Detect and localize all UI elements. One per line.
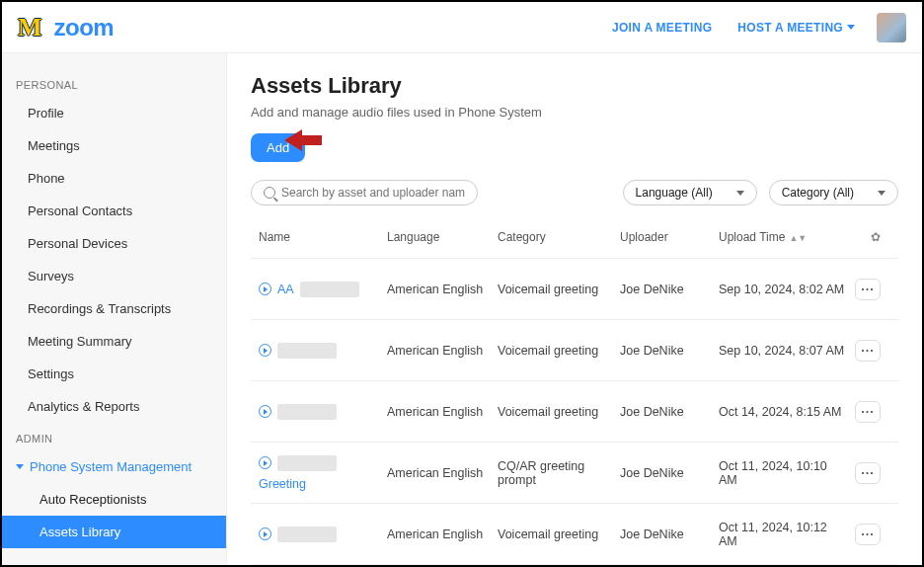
col-upload-time[interactable]: Upload Time▲▼ [719, 230, 847, 244]
sidebar-item-personal-devices[interactable]: Personal Devices [2, 227, 226, 260]
chevron-down-icon [736, 191, 744, 196]
sidebar-item-meetings[interactable]: Meetings [2, 129, 226, 162]
cell-uploader: Joe DeNike [620, 344, 719, 358]
asset-name-link[interactable]: Greeting [259, 477, 387, 491]
cell-language: American English [387, 405, 498, 419]
cell-language: American English [387, 283, 498, 296]
play-icon[interactable] [259, 456, 271, 469]
chevron-down-icon [16, 464, 24, 469]
language-filter-label: Language (All) [636, 186, 713, 200]
cell-category: Voicemail greeting [498, 283, 620, 296]
sidebar-item-phone[interactable]: Phone [2, 162, 226, 195]
cell-upload-time: Sep 10, 2024, 8:02 AM [719, 283, 847, 296]
main-content: Assets Library Add and manage audio file… [227, 53, 922, 565]
redacted-text [277, 526, 337, 542]
play-icon[interactable] [259, 405, 271, 418]
sidebar-item-meeting-summary[interactable]: Meeting Summary [2, 325, 226, 358]
page-title: Assets Library [251, 73, 898, 99]
sidebar-section-admin: ADMIN [2, 423, 226, 450]
cell-upload-time: Oct 14, 2024, 8:15 AM [719, 405, 847, 419]
page-subtitle: Add and manage audio files used in Phone… [251, 105, 898, 120]
sidebar-section-personal: PERSONAL [2, 69, 226, 97]
sidebar-item-phone-system-management[interactable]: Phone System Management [2, 450, 226, 483]
sidebar-item-surveys[interactable]: Surveys [2, 260, 226, 292]
cell-uploader: Joe DeNike [620, 466, 719, 480]
app-header: M zoom JOIN A MEETING HOST A MEETING [2, 2, 922, 53]
table-settings-gear-icon[interactable]: ✿ [847, 230, 881, 244]
cell-language: American English [387, 527, 498, 541]
sidebar-item-auto-receptionists[interactable]: Auto Receptionists [2, 483, 226, 516]
cell-category: Voicemail greeting [498, 405, 620, 419]
table-row: AA American English Voicemail greeting J… [251, 259, 898, 320]
cell-category: CQ/AR greeting prompt [498, 459, 620, 487]
sidebar-item-assets-library[interactable]: Assets Library [2, 516, 226, 548]
play-icon[interactable] [259, 527, 271, 540]
row-actions-button[interactable]: ··· [855, 401, 881, 423]
cell-uploader: Joe DeNike [620, 527, 719, 541]
avatar[interactable] [877, 13, 906, 42]
table-row: American English Voicemail greeting Joe … [251, 504, 898, 565]
col-category[interactable]: Category [498, 230, 620, 244]
search-input-wrapper[interactable] [251, 180, 478, 205]
category-filter-dropdown[interactable]: Category (All) [769, 180, 898, 205]
play-icon[interactable] [259, 344, 271, 357]
sidebar: PERSONAL Profile Meetings Phone Personal… [2, 53, 227, 565]
host-meeting-label: HOST A MEETING [737, 21, 843, 35]
search-icon [264, 187, 275, 199]
join-meeting-link[interactable]: JOIN A MEETING [612, 21, 712, 35]
chevron-down-icon [847, 25, 855, 30]
zoom-logo: zoom [54, 14, 115, 41]
cell-upload-time: Oct 11, 2024, 10:10 AM [719, 459, 847, 487]
cell-language: American English [387, 466, 498, 480]
table-header: Name Language Category Uploader Upload T… [251, 215, 898, 259]
sort-icon: ▲▼ [789, 233, 807, 243]
category-filter-label: Category (All) [782, 186, 854, 200]
redacted-text [300, 282, 359, 297]
row-actions-button[interactable]: ··· [855, 340, 881, 362]
table-row: Greeting American English CQ/AR greeting… [251, 443, 898, 504]
redacted-text [277, 404, 337, 420]
play-icon[interactable] [259, 283, 271, 295]
row-actions-button[interactable]: ··· [855, 279, 881, 300]
sidebar-item-personal-contacts[interactable]: Personal Contacts [2, 195, 226, 227]
language-filter-dropdown[interactable]: Language (All) [623, 180, 757, 205]
redacted-text [277, 343, 337, 359]
col-name[interactable]: Name [259, 230, 387, 244]
search-input[interactable] [281, 186, 465, 200]
cell-uploader: Joe DeNike [620, 283, 719, 296]
michigan-m-logo: M [18, 13, 40, 42]
host-meeting-menu[interactable]: HOST A MEETING [737, 21, 855, 35]
cell-category: Voicemail greeting [498, 527, 620, 541]
sidebar-item-recordings-transcripts[interactable]: Recordings & Transcripts [2, 292, 226, 325]
sidebar-item-label: Phone System Management [30, 459, 192, 474]
cell-category: Voicemail greeting [498, 344, 620, 358]
sidebar-item-profile[interactable]: Profile [2, 97, 226, 129]
chevron-down-icon [878, 191, 886, 196]
asset-name-link[interactable]: AA [277, 283, 294, 296]
cell-upload-time: Oct 11, 2024, 10:12 AM [719, 521, 847, 548]
col-uploader[interactable]: Uploader [620, 230, 719, 244]
redacted-text [277, 455, 337, 471]
row-actions-button[interactable]: ··· [855, 462, 881, 484]
col-language[interactable]: Language [387, 230, 498, 244]
add-button[interactable]: Add [251, 133, 305, 162]
cell-upload-time: Sep 10, 2024, 8:07 AM [719, 344, 847, 358]
row-actions-button[interactable]: ··· [855, 524, 881, 545]
cell-uploader: Joe DeNike [620, 405, 719, 419]
cell-language: American English [387, 344, 498, 358]
sidebar-item-settings[interactable]: Settings [2, 358, 226, 390]
table-row: American English Voicemail greeting Joe … [251, 320, 898, 381]
table-row: American English Voicemail greeting Joe … [251, 381, 898, 443]
sidebar-item-analytics-reports[interactable]: Analytics & Reports [2, 390, 226, 423]
